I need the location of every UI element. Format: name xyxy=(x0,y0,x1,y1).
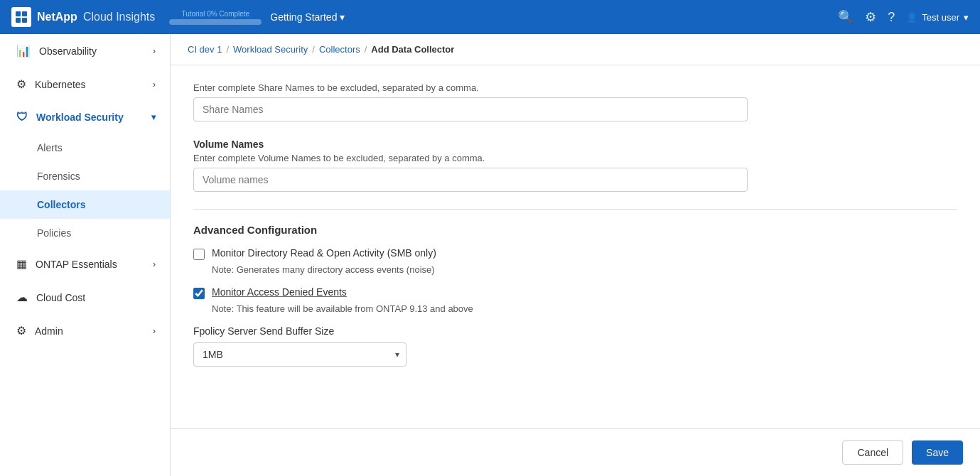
sidebar-item-observability[interactable]: 📊 Observability › xyxy=(0,34,170,67)
admin-gear-icon: ⚙ xyxy=(16,324,26,337)
getting-started-button[interactable]: Getting Started ▾ xyxy=(270,11,345,23)
progress-bar-bg xyxy=(169,19,262,25)
volume-names-title: Volume Names xyxy=(193,139,957,150)
share-names-section: Enter complete Share Names to be exclude… xyxy=(193,82,957,121)
sidebar-label-workload-security: Workload Security xyxy=(36,112,124,123)
cloud-icon: ☁ xyxy=(16,291,28,304)
monitor-directory-label[interactable]: Monitor Directory Read & Open Activity (… xyxy=(212,247,436,259)
sidebar-sub-label-alerts: Alerts xyxy=(37,142,63,153)
shield-icon: 🛡 xyxy=(16,111,28,124)
sidebar-label-cloud-cost: Cloud Cost xyxy=(36,292,85,303)
help-icon[interactable]: ? xyxy=(888,10,895,25)
bar-chart-icon: 📊 xyxy=(16,44,31,58)
sidebar-label-admin: Admin xyxy=(35,325,63,337)
volume-names-input[interactable] xyxy=(193,168,748,192)
sidebar-sub-label-policies: Policies xyxy=(37,227,71,239)
volume-names-label: Enter complete Volume Names to be exclud… xyxy=(193,153,957,163)
progress-label: Tutorial 0% Complete xyxy=(181,10,249,18)
content-area: CI dev 1 / Workload Security / Collector… xyxy=(171,34,980,476)
form-content: Enter complete Share Names to be exclude… xyxy=(171,65,980,428)
svg-rect-3 xyxy=(22,18,27,23)
sidebar-item-kubernetes[interactable]: ⚙ Kubernetes › xyxy=(0,67,170,101)
app-name: Cloud Insights xyxy=(83,11,155,23)
breadcrumb-collectors[interactable]: Collectors xyxy=(319,44,360,55)
main-layout: 📊 Observability › ⚙ Kubernetes › 🛡 Workl… xyxy=(0,34,980,476)
tutorial-progress: Tutorial 0% Complete xyxy=(169,10,262,25)
search-icon[interactable]: 🔍 xyxy=(838,9,854,25)
svg-rect-1 xyxy=(22,11,27,16)
sidebar-sub-item-collectors[interactable]: Collectors xyxy=(0,190,170,219)
footer-bar: Cancel Save xyxy=(171,428,980,476)
svg-rect-0 xyxy=(16,11,21,16)
topnav-right: 🔍 ⚙ ? 👤 Test user ▾ xyxy=(838,9,969,25)
fpolicy-section: Fpolicy Server Send Buffer Size 1MB 2MB … xyxy=(193,325,957,367)
chevron-right-icon: › xyxy=(153,259,156,269)
access-denied-note: Note: This feature will be available fro… xyxy=(212,303,957,314)
sidebar-sub-item-forensics[interactable]: Forensics xyxy=(0,162,170,190)
breadcrumb-sep-2: / xyxy=(312,44,315,55)
user-avatar-icon: 👤 xyxy=(906,12,917,23)
logo: NetApp Cloud Insights xyxy=(11,7,155,27)
grid-icon: ▦ xyxy=(16,257,27,271)
svg-rect-2 xyxy=(16,18,21,23)
share-names-label: Enter complete Share Names to be exclude… xyxy=(193,82,957,93)
fpolicy-select-wrapper: 1MB 2MB 4MB 8MB 16MB ▾ xyxy=(193,342,406,367)
monitor-access-denied-label[interactable]: Monitor Access Denied Events xyxy=(212,286,347,298)
sidebar-sub-label-forensics: Forensics xyxy=(37,171,80,182)
sidebar-sub-item-policies[interactable]: Policies xyxy=(0,219,170,247)
volume-names-section: Volume Names Enter complete Volume Names… xyxy=(193,139,957,192)
breadcrumb-sep-3: / xyxy=(365,44,367,55)
chevron-down-icon: ▾ xyxy=(340,11,345,23)
advanced-config-title: Advanced Configuration xyxy=(193,209,957,236)
top-navigation: NetApp Cloud Insights Tutorial 0% Comple… xyxy=(0,0,980,34)
user-label: Test user xyxy=(922,12,959,23)
cancel-button[interactable]: Cancel xyxy=(842,440,903,465)
sidebar-item-admin[interactable]: ⚙ Admin › xyxy=(0,314,170,347)
sidebar-label-ontap-essentials: ONTAP Essentials xyxy=(36,259,117,270)
chevron-down-icon: ▾ xyxy=(151,112,156,122)
user-chevron-icon: ▾ xyxy=(964,12,969,23)
sidebar-sub-label-collectors: Collectors xyxy=(37,199,85,210)
chevron-right-icon: › xyxy=(153,80,156,90)
chevron-right-icon: › xyxy=(153,46,156,56)
share-names-input[interactable] xyxy=(193,97,748,121)
monitor-access-denied-checkbox[interactable] xyxy=(193,288,205,299)
checkbox-access-denied-row: Monitor Access Denied Events xyxy=(193,286,957,299)
logo-text: NetApp xyxy=(37,11,77,23)
sidebar: 📊 Observability › ⚙ Kubernetes › 🛡 Workl… xyxy=(0,34,171,476)
monitor-directory-checkbox[interactable] xyxy=(193,249,205,260)
breadcrumb: CI dev 1 / Workload Security / Collector… xyxy=(171,34,980,65)
breadcrumb-ci-dev[interactable]: CI dev 1 xyxy=(188,44,222,55)
monitor-directory-note: Note: Generates many directory access ev… xyxy=(212,264,957,275)
netapp-logo-icon xyxy=(11,7,31,27)
breadcrumb-current: Add Data Collector xyxy=(371,44,454,55)
breadcrumb-workload-security[interactable]: Workload Security xyxy=(233,44,308,55)
sidebar-sub-item-alerts[interactable]: Alerts xyxy=(0,134,170,162)
getting-started-label: Getting Started xyxy=(270,11,337,23)
sidebar-item-workload-security[interactable]: 🛡 Workload Security ▾ xyxy=(0,101,170,134)
kubernetes-icon: ⚙ xyxy=(16,77,26,91)
advanced-config-section: Advanced Configuration Monitor Directory… xyxy=(193,209,957,367)
user-menu[interactable]: 👤 Test user ▾ xyxy=(906,12,969,23)
breadcrumb-sep-1: / xyxy=(226,44,229,55)
sidebar-item-ontap-essentials[interactable]: ▦ ONTAP Essentials › xyxy=(0,247,170,281)
sidebar-item-cloud-cost[interactable]: ☁ Cloud Cost xyxy=(0,281,170,314)
sidebar-label-kubernetes: Kubernetes xyxy=(35,79,86,90)
settings-icon[interactable]: ⚙ xyxy=(865,9,876,25)
fpolicy-select[interactable]: 1MB 2MB 4MB 8MB 16MB xyxy=(193,342,406,367)
fpolicy-label: Fpolicy Server Send Buffer Size xyxy=(193,325,957,337)
save-button[interactable]: Save xyxy=(912,440,963,465)
sidebar-label-observability: Observability xyxy=(39,45,97,57)
checkbox-monitor-directory-row: Monitor Directory Read & Open Activity (… xyxy=(193,247,957,260)
chevron-right-icon: › xyxy=(153,326,156,336)
